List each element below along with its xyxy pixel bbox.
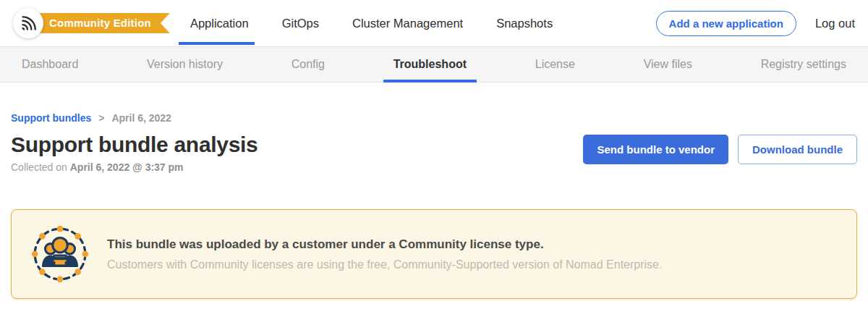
app-sub-nav: Dashboard Version history Config Trouble… bbox=[0, 46, 868, 83]
alert-body: Customers with Community licenses are us… bbox=[107, 258, 662, 271]
collected-prefix: Collected on bbox=[11, 161, 70, 173]
community-people-icon bbox=[30, 224, 90, 284]
breadcrumb-separator: > bbox=[98, 112, 104, 124]
breadcrumb-current: April 6, 2022 bbox=[111, 112, 171, 124]
alert-text: This bundle was uploaded by a customer u… bbox=[107, 237, 662, 271]
alert-heading: This bundle was uploaded by a customer u… bbox=[107, 237, 662, 252]
subnav-config[interactable]: Config bbox=[292, 47, 325, 82]
main-content: Support bundles > April 6, 2022 Support … bbox=[0, 112, 868, 299]
top-nav: Application GitOps Cluster Management Sn… bbox=[190, 0, 553, 46]
subnav-version-history[interactable]: Version history bbox=[147, 47, 223, 82]
subnav-registry-settings[interactable]: Registry settings bbox=[761, 47, 846, 82]
top-nav-snapshots[interactable]: Snapshots bbox=[496, 0, 553, 46]
title-block: Support bundle analysis Collected on Apr… bbox=[11, 132, 258, 173]
collected-timestamp: Collected on April 6, 2022 @ 3:37 pm bbox=[11, 161, 258, 173]
download-bundle-button[interactable]: Download bundle bbox=[738, 135, 857, 164]
top-header: Community Edition Application GitOps Clu… bbox=[0, 0, 868, 46]
subnav-dashboard[interactable]: Dashboard bbox=[22, 47, 78, 82]
top-nav-gitops[interactable]: GitOps bbox=[282, 0, 319, 46]
replicated-logo-glyph bbox=[19, 14, 38, 33]
send-bundle-to-vendor-button[interactable]: Send bundle to vendor bbox=[583, 135, 728, 164]
community-license-alert: This bundle was uploaded by a customer u… bbox=[11, 209, 857, 299]
breadcrumb-support-bundles-link[interactable]: Support bundles bbox=[11, 112, 91, 124]
top-nav-application[interactable]: Application bbox=[190, 0, 249, 46]
bundle-actions: Send bundle to vendor Download bundle bbox=[583, 135, 857, 164]
subnav-view-files[interactable]: View files bbox=[644, 47, 692, 82]
breadcrumb: Support bundles > April 6, 2022 bbox=[11, 112, 857, 124]
top-nav-cluster-management[interactable]: Cluster Management bbox=[352, 0, 463, 46]
edition-badge: Community Edition bbox=[35, 13, 170, 33]
add-application-button[interactable]: Add a new application bbox=[656, 11, 796, 36]
page-title: Support bundle analysis bbox=[11, 132, 258, 157]
title-row: Support bundle analysis Collected on Apr… bbox=[11, 132, 857, 173]
subnav-license[interactable]: License bbox=[535, 47, 575, 82]
collected-date: April 6, 2022 @ 3:37 pm bbox=[70, 161, 184, 173]
logout-button[interactable]: Log out bbox=[815, 17, 855, 30]
subnav-troubleshoot[interactable]: Troubleshoot bbox=[393, 47, 467, 82]
replicated-logo-icon[interactable] bbox=[13, 8, 43, 38]
